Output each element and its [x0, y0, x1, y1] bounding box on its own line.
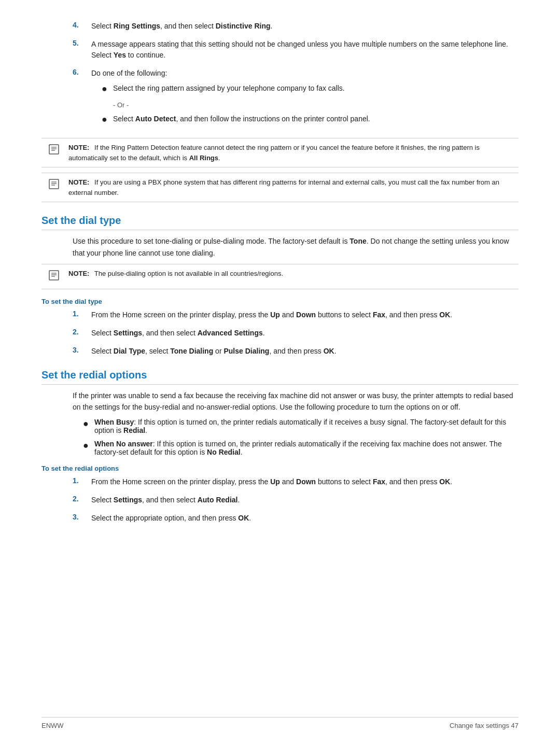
dial-step-num-2: 2. [73, 328, 87, 339]
page: 4. Select Ring Settings, and then select… [0, 0, 560, 745]
bullet-text-when-busy: When Busy: If this option is turned on, … [94, 418, 519, 434]
bold-up-2: Up [270, 477, 280, 486]
list-content-6: Do one of the following: ● Select the ri… [91, 68, 519, 131]
svg-rect-0 [49, 145, 59, 154]
redial-step-num-2: 2. [73, 495, 87, 505]
redial-step-content-2: Select Settings, and then select Auto Re… [91, 495, 519, 505]
bold-settings-2: Settings [114, 496, 142, 504]
dial-type-body: Use this procedure to set tone-dialing o… [41, 235, 519, 259]
dial-step-num-3: 3. [73, 346, 87, 357]
bold-pulse-dialing: Pulse Dialing [223, 347, 269, 355]
bold-ok-1: OK [439, 311, 450, 319]
subheading-set-redial: To set the redial options [41, 465, 519, 472]
list-num-5: 5. [73, 39, 87, 61]
bullet-dot-2: ● [102, 114, 110, 125]
dial-step-content-3: Select Dial Type, select Tone Dialing or… [91, 346, 519, 357]
dial-step-num-1: 1. [73, 310, 87, 320]
bullet-item-auto-detect: ● Select Auto Detect, and then follow th… [102, 114, 519, 125]
list-content-5: A message appears stating that this sett… [91, 39, 519, 61]
note-icon-3 [48, 269, 64, 285]
list-num-4: 4. [73, 21, 87, 32]
bullet-text-when-no-answer: When No answer: If this option is turned… [94, 440, 519, 456]
note-content-1: NOTE: If the Ring Pattern Detection feat… [68, 143, 512, 163]
list-content-4: Select Ring Settings, and then select Di… [91, 21, 519, 32]
bold-auto-redial: Auto Redial [198, 496, 238, 504]
section-heading-dial-type: Set the dial type [41, 215, 519, 230]
bullet-when-busy: ● When Busy: If this option is turned on… [83, 418, 519, 434]
bullet-when-no-answer: ● When No answer: If this option is turn… [83, 440, 519, 456]
bold-ok-3: OK [439, 477, 450, 486]
bullet-item-ring-pattern: ● Select the ring pattern assigned by yo… [102, 83, 519, 95]
bullet-text-ring-pattern: Select the ring pattern assigned by your… [113, 83, 345, 94]
footer-right: Change fax settings 47 [450, 722, 519, 729]
bold-all-rings: All Rings [189, 154, 218, 162]
redial-step-content-1: From the Home screen on the printer disp… [91, 476, 519, 487]
dial-step-3: 3. Select Dial Type, select Tone Dialing… [41, 346, 519, 357]
bold-dial-type: Dial Type [114, 347, 145, 355]
bold-when-no-answer: When No answer [94, 440, 153, 448]
note-label-3: NOTE: [68, 270, 89, 277]
bold-settings-1: Settings [114, 329, 142, 337]
note-icon-1 [48, 143, 64, 159]
bullet-text-auto-detect: Select Auto Detect, and then follow the … [113, 114, 370, 124]
note-content-2: NOTE: If you are using a PBX phone syste… [68, 177, 512, 198]
bold-fax-2: Fax [373, 477, 385, 486]
bullet-dot-no-answer: ● [83, 440, 91, 452]
or-separator: - Or - [113, 100, 519, 110]
redial-step-num-1: 1. [73, 476, 87, 487]
list-item-5: 5. A message appears stating that this s… [41, 39, 519, 61]
bullet-list-6: ● Select the ring pattern assigned by yo… [102, 83, 519, 125]
redial-step-1: 1. From the Home screen on the printer d… [41, 476, 519, 487]
note-icon-2 [48, 178, 64, 193]
dial-step-2: 2. Select Settings, and then select Adva… [41, 328, 519, 339]
bold-ok-4: OK [238, 514, 249, 522]
list-num-6: 6. [73, 68, 87, 131]
bold-redial: Redial [123, 426, 145, 434]
redial-bullet-list: ● When Busy: If this option is turned on… [83, 418, 519, 456]
bold-tone: Tone [349, 237, 366, 245]
footer: ENWW Change fax settings 47 [41, 717, 519, 729]
bold-tone-dialing: Tone Dialing [170, 347, 213, 355]
footer-left: ENWW [41, 722, 64, 729]
bold-auto-detect: Auto Detect [135, 115, 176, 123]
bold-when-busy: When Busy [94, 418, 134, 426]
bullet-dot-busy: ● [83, 418, 91, 430]
bold-distinctive-ring: Distinctive Ring [216, 22, 271, 30]
note-box-2: NOTE: If you are using a PBX phone syste… [41, 173, 519, 202]
bold-no-redial: No Redial [207, 448, 241, 456]
note-label-1: NOTE: [68, 144, 89, 151]
svg-rect-4 [49, 179, 59, 189]
redial-step-num-3: 3. [73, 513, 87, 524]
bullet-dot-1: ● [102, 83, 110, 95]
dial-step-1: 1. From the Home screen on the printer d… [41, 310, 519, 320]
bold-up: Up [270, 311, 280, 319]
list-item-4: 4. Select Ring Settings, and then select… [41, 21, 519, 32]
redial-body: If the printer was unable to send a fax … [41, 390, 519, 413]
bold-yes: Yes [114, 51, 126, 59]
bold-advanced-settings: Advanced Settings [198, 329, 263, 337]
redial-step-2: 2. Select Settings, and then select Auto… [41, 495, 519, 505]
bold-down-2: Down [296, 477, 316, 486]
note-box-dial-type: NOTE: The pulse-dialing option is not av… [41, 264, 519, 289]
note-box-1: NOTE: If the Ring Pattern Detection feat… [41, 138, 519, 167]
list-item-6: 6. Do one of the following: ● Select the… [41, 68, 519, 131]
redial-step-content-3: Select the appropriate option, and then … [91, 513, 519, 524]
bold-ring-settings: Ring Settings [114, 22, 160, 30]
dial-step-content-2: Select Settings, and then select Advance… [91, 328, 519, 339]
note-label-2: NOTE: [68, 178, 89, 186]
note-content-dial-type: NOTE: The pulse-dialing option is not av… [68, 269, 283, 279]
bold-down: Down [296, 311, 316, 319]
subheading-set-dial-type: To set the dial type [41, 298, 519, 305]
section-heading-redial: Set the redial options [41, 369, 519, 385]
bold-ok-2: OK [324, 347, 334, 355]
dial-step-content-1: From the Home screen on the printer disp… [91, 310, 519, 320]
redial-bullets: ● When Busy: If this option is turned on… [41, 418, 519, 456]
bold-fax-1: Fax [373, 311, 385, 319]
redial-step-3: 3. Select the appropriate option, and th… [41, 513, 519, 524]
svg-rect-8 [49, 271, 59, 280]
